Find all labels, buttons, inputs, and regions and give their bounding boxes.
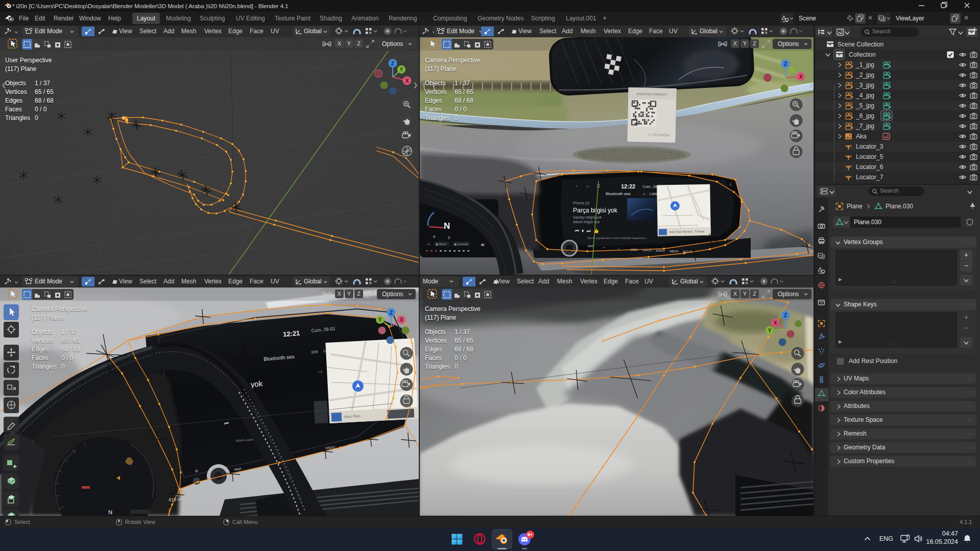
svg-text:Parça bilgisi yok: Parça bilgisi yok [573,207,618,214]
svg-text:MAP: MAP [234,467,242,471]
svg-text:Liste: Liste [650,191,658,196]
svg-text:MEDIA: MEDIA [670,250,679,253]
svg-text:⏮: ⏮ [224,420,229,426]
svg-text:▤▤: ▤▤ [311,350,318,354]
svg-text:X: X [405,78,409,84]
svg-text:Sanatçı bilgisi yok: Sanatçı bilgisi yok [573,215,602,220]
svg-text:X: X [400,317,403,323]
svg-text:♪♬: ♪♬ [318,370,323,374]
svg-text:Bluetooth ses: Bluetooth ses [606,191,630,196]
svg-text:Y: Y [400,67,403,73]
svg-text:Z: Z [391,61,394,66]
svg-text:iPhone (2): iPhone (2) [573,201,589,205]
svg-text:⏮ ⏵ ⏭ 👍: ⏮ ⏵ ⏭ 👍 [575,228,600,234]
svg-text:N: N [444,221,450,231]
svg-text:☇: ☇ [729,182,732,187]
svg-text:N: N [108,509,112,515]
svg-text:‹: ‹ [576,184,578,188]
svg-text:Y: Y [378,317,382,323]
svg-text:Z: Z [784,313,787,318]
svg-text:❯: ❯ [413,82,418,88]
svg-text:♪♪: ♪♪ [603,246,606,249]
svg-text:♬: ♬ [642,192,646,196]
svg-text:☆: ☆ [617,247,620,250]
svg-text:X: X [799,74,803,80]
svg-text:12:22: 12:22 [621,183,635,189]
svg-text:N: N [481,243,484,247]
svg-text:Y: Y [768,328,772,333]
svg-text:❯: ❯ [809,82,813,88]
svg-text:▣ Neratela: ▣ Neratela [454,243,468,246]
svg-text:⌂: ⌂ [586,184,589,188]
svg-text:0: 0 [433,234,436,239]
svg-text:⚙: ⚙ [195,469,198,473]
svg-text:Z: Z [390,310,393,316]
svg-text:⚠L: ⚠L [426,243,431,246]
svg-text:12:21: 12:21 [282,329,300,338]
svg-text:Müzik uygulamasını mobil cihaz: Müzik uygulamasını mobil cihazdan kapatı… [587,236,648,239]
svg-text:Ⓘ HYUNDAI: Ⓘ HYUNDAI [649,133,670,137]
svg-text:▣ Motel: ▣ Motel [436,243,446,246]
svg-text:Z: Z [784,61,787,67]
svg-text:0: 0 [448,235,450,240]
svg-text:X: X [774,320,777,326]
svg-text:ında Plan Merkez, Türkiye: ında Plan Merkez, Türkiye [669,230,705,233]
